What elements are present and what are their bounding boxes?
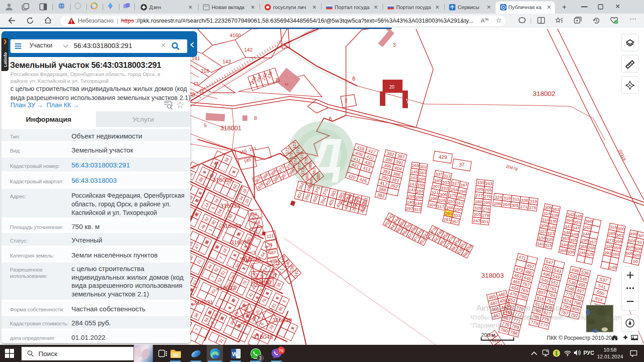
svg-text:343: 343 — [564, 224, 572, 229]
svg-text:338: 338 — [521, 198, 529, 203]
svg-text:277: 277 — [475, 193, 483, 198]
svg-text:271: 271 — [520, 204, 527, 209]
svg-text:380: 380 — [316, 173, 321, 180]
svg-text:340: 340 — [434, 178, 442, 183]
svg-text:24: 24 — [405, 98, 411, 104]
svg-text:8: 8 — [254, 115, 257, 121]
svg-text:348: 348 — [575, 214, 582, 219]
svg-text:336: 336 — [567, 249, 575, 254]
svg-text:76: 76 — [258, 287, 264, 294]
svg-text:353: 353 — [562, 236, 570, 241]
svg-text:4160: 4160 — [230, 33, 241, 38]
svg-text:85: 85 — [236, 323, 242, 329]
svg-text:360: 360 — [585, 219, 593, 224]
svg-text:2: 2 — [256, 273, 258, 278]
svg-text:44: 44 — [207, 263, 213, 270]
svg-text:305: 305 — [511, 203, 519, 208]
svg-text:7: 7 — [194, 327, 199, 332]
svg-text:355: 355 — [570, 238, 578, 243]
svg-text:8: 8 — [282, 299, 287, 304]
svg-text:324: 324 — [495, 195, 502, 200]
svg-text:296: 296 — [430, 196, 438, 201]
svg-text:506: 506 — [635, 246, 642, 251]
svg-text:143: 143 — [223, 59, 231, 64]
svg-text:3: 3 — [393, 42, 396, 48]
svg-text:98: 98 — [193, 312, 199, 319]
svg-text:329: 329 — [474, 205, 481, 210]
svg-text:285: 285 — [476, 186, 484, 191]
svg-text:327: 327 — [452, 181, 459, 186]
svg-text:326: 326 — [606, 244, 613, 249]
svg-text:318: 318 — [503, 195, 511, 200]
svg-text:306: 306 — [440, 192, 447, 197]
svg-text:287: 287 — [460, 182, 467, 187]
svg-text:345: 345 — [549, 225, 556, 230]
svg-text:350: 350 — [568, 243, 576, 248]
svg-text:256: 256 — [407, 194, 415, 199]
svg-text:88: 88 — [198, 176, 204, 183]
svg-text:281: 281 — [444, 217, 451, 222]
svg-text:254: 254 — [450, 187, 458, 192]
svg-text:50: 50 — [633, 259, 638, 264]
svg-text:351: 351 — [573, 219, 581, 224]
svg-text:2: 2 — [345, 98, 347, 103]
svg-text:50: 50 — [235, 262, 241, 269]
svg-text:52: 52 — [204, 216, 210, 222]
svg-text:261: 261 — [456, 200, 463, 205]
svg-text:357: 357 — [452, 219, 459, 224]
svg-text:142: 142 — [244, 47, 252, 52]
svg-text:499: 499 — [630, 231, 637, 236]
svg-text:46: 46 — [200, 224, 206, 230]
svg-text:81: 81 — [220, 270, 226, 276]
svg-text:10: 10 — [244, 198, 251, 204]
svg-text:334: 334 — [538, 235, 546, 240]
svg-text:240: 240 — [407, 200, 414, 205]
svg-text:268: 268 — [615, 239, 622, 244]
svg-text:333: 333 — [442, 180, 450, 185]
svg-text:64: 64 — [204, 317, 210, 323]
svg-text:250: 250 — [455, 207, 462, 212]
svg-text:346: 346 — [563, 230, 571, 235]
svg-text:309: 309 — [545, 205, 552, 210]
svg-text:7: 7 — [211, 275, 216, 280]
svg-text:312: 312 — [444, 173, 451, 178]
svg-text:316031: 316031 — [194, 299, 213, 306]
svg-text:308: 308 — [540, 223, 548, 228]
svg-text:78: 78 — [242, 280, 248, 286]
svg-text:396: 396 — [303, 193, 311, 201]
svg-text:297: 297 — [406, 206, 413, 211]
svg-text:255: 255 — [417, 182, 425, 187]
svg-text:280: 280 — [475, 199, 483, 204]
svg-text:55: 55 — [236, 231, 242, 238]
svg-text:283: 283 — [419, 170, 426, 175]
svg-text:93: 93 — [191, 164, 197, 171]
svg-text:337: 337 — [435, 171, 442, 176]
svg-text:316033: 316033 — [220, 202, 240, 209]
svg-text:88: 88 — [204, 239, 210, 246]
svg-text:318003: 318003 — [481, 272, 504, 279]
svg-text:275: 275 — [449, 193, 457, 198]
svg-text:316039: 316039 — [213, 176, 232, 183]
svg-text:332: 332 — [441, 186, 448, 191]
svg-text:6: 6 — [329, 116, 332, 122]
svg-text:"Параметры": "Параметры" — [470, 322, 508, 329]
svg-text:241: 241 — [409, 181, 417, 186]
svg-text:35: 35 — [276, 281, 282, 288]
svg-text:291: 291 — [445, 211, 452, 216]
svg-text:82: 82 — [213, 267, 220, 273]
svg-text:294: 294 — [459, 189, 466, 194]
svg-text:21: 21 — [196, 258, 203, 265]
svg-text:60: 60 — [232, 183, 238, 190]
svg-text:14: 14 — [204, 202, 210, 208]
svg-text:316032: 316032 — [216, 285, 236, 291]
svg-text:318002: 318002 — [533, 90, 555, 97]
svg-text:258: 258 — [587, 245, 595, 250]
svg-text:315: 315 — [545, 243, 552, 248]
svg-text:80: 80 — [278, 305, 284, 312]
svg-text:7: 7 — [219, 256, 224, 260]
svg-text:279: 279 — [482, 213, 489, 218]
svg-text:341: 341 — [537, 241, 544, 246]
svg-text:260: 260 — [612, 252, 620, 257]
svg-text:145: 145 — [243, 157, 251, 164]
svg-text:335: 335 — [549, 219, 557, 224]
